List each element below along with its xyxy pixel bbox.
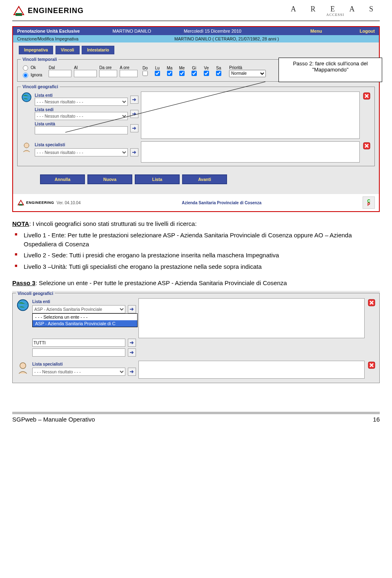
menu-link[interactable]: Menu xyxy=(310,29,322,33)
callout-line1: Passo 2: fare click sull'icona del xyxy=(283,60,378,67)
svg-rect-7 xyxy=(19,204,23,205)
tab-intestatario[interactable]: Intestatario xyxy=(82,46,114,54)
vt-day-gi[interactable] xyxy=(192,71,197,76)
specialist-icon xyxy=(21,141,32,153)
tab-vincoli[interactable]: Vincoli xyxy=(56,46,80,54)
vt-aore-input[interactable] xyxy=(120,70,138,77)
vg-enti-add-button[interactable] xyxy=(130,96,138,104)
engineering-logo-text: ENGINEERING xyxy=(28,7,84,15)
vg-result-area xyxy=(141,91,360,139)
vg-unita-input[interactable] xyxy=(35,126,128,134)
nota-section: NOTA: I vincoli geografici sono stati st… xyxy=(0,219,392,288)
step3-unita-input[interactable] xyxy=(32,348,125,357)
svg-rect-1 xyxy=(16,15,22,16)
subbar-patient: MARTINO DANILO ( CETRARO, 21/07/1982, 28… xyxy=(78,36,375,41)
app-user: MARTINO DANILO xyxy=(112,29,151,33)
nota-bullet-3: Livello 3 –Unità: Tutti gli specialisti … xyxy=(24,262,380,271)
cup-badge: CP xyxy=(363,196,375,209)
vg-sedi-label: Lista sedi xyxy=(35,107,76,112)
svg-point-11 xyxy=(20,362,26,368)
footer-version: Ver. 04.10.04 xyxy=(57,201,81,205)
vt-day-ma[interactable] xyxy=(167,71,172,76)
step3-spec-delete-button[interactable] xyxy=(367,361,376,370)
step3-enti-select[interactable]: ASP - Azienda Sanitaria Provinciale xyxy=(32,305,125,313)
vt-dal-label: Dal xyxy=(49,65,71,70)
footer-page-number: 16 xyxy=(373,416,380,423)
tab-impegnativa[interactable]: Impegnativa xyxy=(19,46,53,54)
vt-legend: Vincoli temporali xyxy=(21,57,58,62)
application-window: Passo 2: fare click sull'icona del "Mapp… xyxy=(12,26,380,212)
engineering-logo-icon xyxy=(12,4,25,17)
nota-label: NOTA xyxy=(12,220,29,227)
vt-ok-radio[interactable]: Ok xyxy=(21,64,42,71)
svg-point-5 xyxy=(24,143,29,148)
step3-spec-select[interactable]: - - - Nessun risultato - - - xyxy=(32,368,125,376)
annulla-button[interactable]: Annulla xyxy=(40,174,85,184)
app-title: Prenotazione Unità Esclusive xyxy=(17,29,80,33)
logout-link[interactable]: Logout xyxy=(360,29,375,33)
avanti-button[interactable]: Avanti xyxy=(182,174,227,184)
callout-box: Passo 2: fare click sull'icona del "Mapp… xyxy=(278,58,382,82)
step3-globe-icon[interactable] xyxy=(16,298,30,312)
spec-delete-button[interactable] xyxy=(362,141,371,150)
step3-result-area xyxy=(138,298,365,338)
vt-day-me[interactable] xyxy=(179,71,185,76)
step3-delete-button[interactable] xyxy=(367,298,376,307)
vt-day-sa[interactable] xyxy=(216,71,221,76)
step3-sedi-add-button[interactable] xyxy=(128,339,136,347)
vt-day-lu[interactable] xyxy=(155,71,160,76)
step3-legend: Vincoli geografici xyxy=(16,291,55,296)
vt-radio-group: Ok Ignora xyxy=(21,64,42,78)
subbar-left: Creazione/Modifica Impegnativa xyxy=(17,36,78,41)
nota-bullet-2: Livello 2 - Sede: Tutti i presidi che er… xyxy=(24,251,380,260)
header-divider xyxy=(12,20,380,21)
step3-spec-add-button[interactable] xyxy=(128,368,136,376)
vt-day-ve[interactable] xyxy=(204,71,209,76)
svg-rect-0 xyxy=(16,13,22,14)
vg-sedi-select[interactable]: - - - Nessun risultato - - - xyxy=(35,112,128,120)
passo3-label: Passo 3 xyxy=(12,279,36,286)
step3-unita-add-button[interactable] xyxy=(128,348,136,357)
areas-logo-main: A R E A S xyxy=(291,5,380,13)
bottom-button-bar: Annulla Nuova Lista Avanti xyxy=(16,169,376,190)
vt-dal-input[interactable] xyxy=(49,70,71,77)
step3-enti-label: Lista enti xyxy=(32,299,50,304)
vt-aore-label: A ore xyxy=(120,65,138,70)
step3-sedi-input[interactable] xyxy=(32,339,125,347)
step3-enti-add-button[interactable] xyxy=(128,305,136,313)
callout-line2: "Mappamondo" xyxy=(283,67,378,73)
tabs: Impegnativa Vincoli Intestatario xyxy=(19,46,373,54)
svg-point-3 xyxy=(22,93,31,102)
step3-dropdown-panel[interactable]: - - - Seleziona un ente - - - ASP - Azie… xyxy=(32,313,138,327)
app-subbar: Creazione/Modifica Impegnativa MARTINO D… xyxy=(13,35,379,42)
vg-sedi-add-button[interactable] xyxy=(130,110,138,118)
vg-delete-button[interactable] xyxy=(362,91,371,100)
step3-screenshot: Vincoli geografici Lista enti ASP - Azie… xyxy=(12,291,380,383)
globe-icon[interactable] xyxy=(21,91,32,103)
vt-al-input[interactable] xyxy=(74,70,97,77)
spec-select[interactable]: - - - Nessun risultato - - - xyxy=(35,148,128,156)
lista-button[interactable]: Lista xyxy=(135,174,180,184)
nota-intro: : I vincoli geografici sono stati strutt… xyxy=(29,220,196,227)
vg-enti-label: Lista enti xyxy=(35,93,76,98)
vt-priorita-label: Priorità xyxy=(229,65,266,70)
step3-opt-placeholder[interactable]: - - - Seleziona un ente - - - xyxy=(33,314,137,320)
vg-enti-select[interactable]: - - - Nessun risultato - - - xyxy=(35,98,128,106)
vt-ignora-radio[interactable]: Ignora xyxy=(21,71,42,78)
vt-priorita-select[interactable]: Normale xyxy=(229,70,266,77)
step3-opt-asp[interactable]: ASP - Azienda Sanitaria Provinciale di C xyxy=(33,320,137,327)
vg-unita-add-button[interactable] xyxy=(130,124,138,132)
svg-rect-8 xyxy=(19,205,23,206)
spec-add-button[interactable] xyxy=(130,148,138,156)
passo3-text: : Selezione un ente - Per tutte le prest… xyxy=(36,279,287,286)
vt-daore-input[interactable] xyxy=(99,70,117,77)
step3-fieldset: Vincoli geografici Lista enti ASP - Azie… xyxy=(12,291,380,383)
engineering-logo: ENGINEERING xyxy=(12,4,84,17)
footer-doc-title: SGPweb – Manuale Operativo xyxy=(12,416,95,423)
app-date: Mercoledì 15 Dicembre 2010 xyxy=(184,29,278,33)
vt-day-do[interactable] xyxy=(143,71,148,76)
svg-point-9 xyxy=(18,299,29,310)
nuova-button[interactable]: Nuova xyxy=(87,174,132,184)
app-titlebar: Prenotazione Unità Esclusive MARTINO DAN… xyxy=(13,27,379,35)
areas-logo: A R E A S ACCESSI xyxy=(291,5,380,17)
